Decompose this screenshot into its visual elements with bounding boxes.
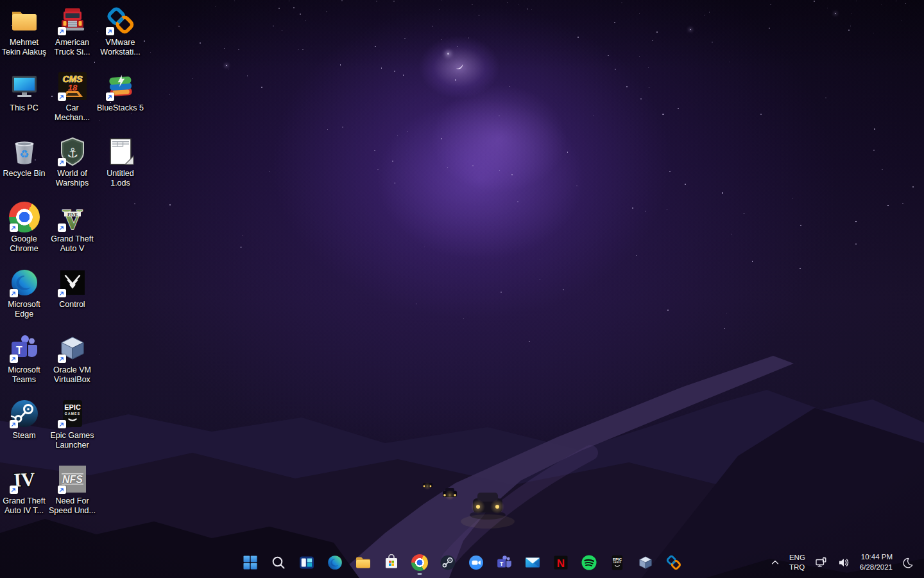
shortcut-arrow-icon	[58, 420, 66, 428]
desktop-icon-label: Car Mechan...	[55, 103, 90, 123]
desktop-icon-this-pc[interactable]: This PC	[0, 69, 48, 135]
svg-text:T: T	[500, 561, 504, 567]
taskbar-item-edge[interactable]	[322, 550, 348, 575]
running-app-indicator	[418, 573, 422, 575]
bluestacks-icon	[105, 71, 136, 101]
shortcut-arrow-icon	[10, 486, 18, 494]
desktop-icon-microsoft-teams[interactable]: TMicrosoft Teams	[0, 331, 48, 397]
taskbar-clock[interactable]: 10:44 PM 6/28/2021	[857, 550, 895, 575]
desktop-icon-epic-games-launcher[interactable]: EPICGAMESEpic Games Launcher	[48, 397, 96, 462]
desktop-icon-google-chrome[interactable]: Google Chrome	[0, 200, 48, 266]
language-primary: ENG	[789, 553, 805, 563]
desktop-icon-label: VMware Workstati...	[100, 38, 140, 57]
steam-icon	[9, 398, 40, 429]
teams-icon: T	[9, 333, 40, 363]
desktop-icon-nfs-undercover[interactable]: NFSNeed For Speed Und...	[48, 462, 96, 528]
search-icon	[270, 554, 287, 571]
focus-assist-moon-icon	[902, 557, 914, 568]
teams-icon: T	[496, 554, 513, 571]
desktop-icon-label: Grand Theft Auto IV T...	[3, 496, 45, 516]
taskbar-item-microsoft-store[interactable]	[379, 550, 404, 575]
svg-text:FIVE: FIVE	[67, 212, 78, 216]
netflix-icon: N	[552, 554, 569, 571]
svg-text:⚓: ⚓	[67, 145, 78, 161]
taskbar-item-spotify[interactable]	[576, 550, 602, 575]
svg-text:18: 18	[67, 83, 77, 92]
language-secondary: TRQ	[789, 563, 805, 572]
bright-star	[835, 13, 836, 14]
svg-text:EPIC: EPIC	[64, 403, 81, 411]
desktop-icon-gta-v[interactable]: VFIVEGrand Theft Auto V	[48, 200, 96, 266]
svg-text:N: N	[557, 557, 565, 570]
taskbar-item-search[interactable]	[266, 550, 291, 575]
shortcut-arrow-icon	[58, 223, 66, 232]
bright-star	[690, 29, 691, 30]
taskbar-item-chrome[interactable]	[407, 550, 432, 575]
shortcut-arrow-icon	[10, 355, 18, 363]
desktop-icon-control[interactable]: Control	[48, 266, 96, 331]
tray-volume-button[interactable]	[835, 554, 853, 572]
cms18-icon: CMS18	[57, 71, 88, 101]
shortcut-arrow-icon	[58, 289, 66, 297]
desktop-icon-untitled-ods[interactable]: Untitled 1.ods	[96, 135, 144, 200]
focus-assist-button[interactable]	[900, 554, 916, 571]
taskbar-item-start[interactable]	[237, 550, 263, 575]
task-view-icon	[298, 554, 315, 571]
desktop-icon-steam[interactable]: Steam	[0, 397, 48, 462]
clock-date: 6/28/2021	[860, 563, 893, 573]
thispc-icon	[9, 71, 40, 101]
epic-games-icon: EPICGAMES	[609, 554, 626, 571]
gtav-icon: VFIVE	[57, 202, 88, 232]
shortcut-arrow-icon	[10, 420, 18, 428]
desktop-icon-bluestacks-5[interactable]: BlueStacks 5	[96, 69, 144, 135]
svg-text:EPIC: EPIC	[613, 557, 622, 561]
gta4-icon: IV	[9, 464, 40, 495]
desktop-icon-label: Mehmet Tekin Alakuş	[2, 38, 46, 57]
desktop-icon-oracle-virtualbox[interactable]: Oracle VM VirtualBox	[48, 331, 96, 397]
taskbar-item-teams[interactable]: T	[492, 550, 517, 575]
desktop-icon-user-folder[interactable]: Mehmet Tekin Alakuş	[0, 4, 48, 69]
shortcut-arrow-icon	[106, 27, 114, 35]
desktop-icon-car-mechanic-simulator[interactable]: CMS18Car Mechan...	[48, 69, 96, 135]
clock-time: 10:44 PM	[860, 552, 893, 563]
desktop-icon-world-of-warships[interactable]: ⚓World of Warships	[48, 135, 96, 200]
taskbar-item-zoom[interactable]	[463, 550, 489, 575]
edge-icon	[327, 554, 343, 571]
bright-star	[447, 53, 449, 55]
desktop-icon-label: BlueStacks 5	[97, 103, 144, 113]
taskbar-item-file-explorer[interactable]	[350, 550, 376, 575]
volume-icon	[837, 556, 850, 569]
nfs-icon: NFS	[57, 464, 88, 495]
shortcut-arrow-icon	[58, 158, 66, 166]
desktop-icon-recycle-bin[interactable]: ♻Recycle Bin	[0, 135, 48, 200]
desktop-icon-label: This PC	[10, 103, 38, 113]
chrome-icon	[9, 202, 40, 232]
shortcut-arrow-icon	[106, 92, 114, 101]
desktop-icon-label: World of Warships	[56, 169, 89, 188]
desktop-icon-microsoft-edge[interactable]: Microsoft Edge	[0, 266, 48, 331]
desktop-icon-label: American Truck Si...	[55, 38, 90, 57]
desktop-icon-label: Grand Theft Auto V	[51, 234, 93, 254]
svg-text:GAMES: GAMES	[64, 412, 80, 416]
bright-star	[226, 65, 227, 66]
taskbar-item-vmware[interactable]	[661, 550, 687, 575]
language-switcher[interactable]: ENG TRQ	[787, 550, 808, 575]
tray-network-button[interactable]	[812, 554, 830, 572]
desktop-icon-label: Need For Speed Und...	[49, 496, 96, 516]
taskbar-item-mail[interactable]	[520, 550, 545, 575]
system-tray: ENG TRQ 10:44 PM 6/28/2021	[768, 547, 924, 578]
desktop-icon-american-truck-simulator[interactable]: American Truck Si...	[48, 4, 96, 69]
desktop-icon-vmware-workstation[interactable]: VMware Workstati...	[96, 4, 144, 69]
taskbar-item-virtualbox[interactable]	[633, 550, 658, 575]
ethernet-network-icon	[815, 556, 828, 569]
svg-text:T: T	[16, 345, 22, 356]
desktop-icon-gta-iv[interactable]: IVGrand Theft Auto IV T...	[0, 462, 48, 528]
tray-overflow-button[interactable]	[768, 556, 782, 570]
taskbar-item-task-view[interactable]	[294, 550, 320, 575]
taskbar-item-netflix[interactable]: N	[548, 550, 574, 575]
truck-icon	[57, 5, 88, 36]
spotify-icon	[581, 554, 597, 571]
svg-text:♻: ♻	[19, 148, 29, 161]
taskbar-item-epic-games[interactable]: EPICGAMES	[604, 550, 630, 575]
taskbar-item-steam[interactable]	[435, 550, 461, 575]
